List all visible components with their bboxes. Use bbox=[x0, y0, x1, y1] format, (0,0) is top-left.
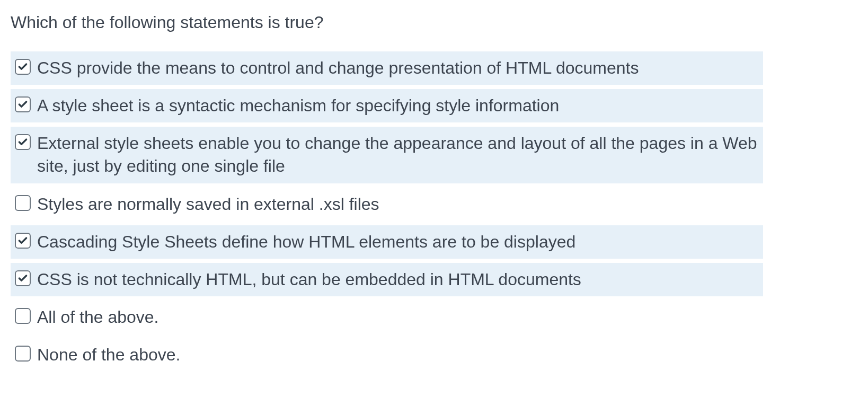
checkbox-5[interactable] bbox=[15, 270, 31, 286]
option-label-6: All of the above. bbox=[37, 306, 158, 329]
check-icon bbox=[17, 235, 28, 246]
checkbox-0[interactable] bbox=[15, 59, 31, 75]
option-label-2: External style sheets enable you to chan… bbox=[37, 132, 759, 178]
option-label-0: CSS provide the means to control and cha… bbox=[37, 57, 639, 80]
option-3[interactable]: Styles are normally saved in external .x… bbox=[11, 188, 763, 221]
option-label-7: None of the above. bbox=[37, 343, 180, 366]
checkbox-4[interactable] bbox=[15, 233, 31, 249]
option-label-4: Cascading Style Sheets define how HTML e… bbox=[37, 231, 575, 253]
option-4[interactable]: Cascading Style Sheets define how HTML e… bbox=[11, 225, 763, 259]
check-icon bbox=[17, 61, 28, 72]
option-5[interactable]: CSS is not technically HTML, but can be … bbox=[11, 263, 763, 296]
option-label-3: Styles are normally saved in external .x… bbox=[37, 193, 379, 216]
option-0[interactable]: CSS provide the means to control and cha… bbox=[11, 51, 763, 85]
option-label-1: A style sheet is a syntactic mechanism f… bbox=[37, 94, 559, 117]
checkbox-2[interactable] bbox=[15, 134, 31, 150]
option-2[interactable]: External style sheets enable you to chan… bbox=[11, 127, 763, 183]
check-icon bbox=[17, 273, 28, 284]
option-label-5: CSS is not technically HTML, but can be … bbox=[37, 268, 581, 291]
check-icon bbox=[17, 137, 28, 147]
option-7[interactable]: None of the above. bbox=[11, 338, 763, 372]
checkbox-3[interactable] bbox=[15, 195, 31, 211]
check-icon bbox=[17, 99, 28, 110]
option-6[interactable]: All of the above. bbox=[11, 301, 763, 334]
option-1[interactable]: A style sheet is a syntactic mechanism f… bbox=[11, 89, 763, 122]
checkbox-7[interactable] bbox=[15, 346, 31, 362]
question-text: Which of the following statements is tru… bbox=[11, 11, 763, 34]
checkbox-1[interactable] bbox=[15, 96, 31, 112]
checkbox-6[interactable] bbox=[15, 308, 31, 324]
question-container: Which of the following statements is tru… bbox=[11, 11, 763, 372]
